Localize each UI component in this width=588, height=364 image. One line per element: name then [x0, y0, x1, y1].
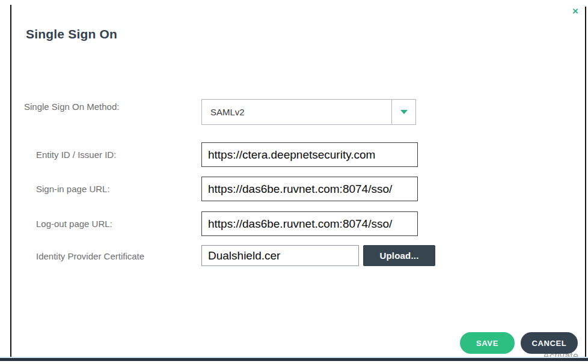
- save-button[interactable]: SAVE: [460, 332, 515, 354]
- sso-method-label: Single Sign On Method:: [24, 102, 119, 112]
- chevron-down-icon: [400, 110, 408, 114]
- sso-dialog: Activate Single Sign On × Single Sign On…: [0, 0, 588, 364]
- logout-url-input[interactable]: [201, 211, 418, 236]
- dialog-bottom-bar: [0, 358, 588, 361]
- certificate-filename-input[interactable]: [201, 245, 359, 266]
- upload-button[interactable]: Upload...: [363, 245, 435, 266]
- page-title: Single Sign On: [26, 27, 117, 41]
- close-icon[interactable]: ×: [569, 5, 582, 18]
- entity-id-label: Entity ID / Issuer ID:: [36, 150, 116, 160]
- certificate-label: Identity Provider Certificate: [36, 251, 144, 261]
- dialog-right-border: [585, 7, 586, 359]
- signin-url-label: Sign-in page URL:: [36, 184, 110, 194]
- cancel-button[interactable]: CANCEL: [521, 332, 578, 354]
- logout-url-label: Log-out page URL:: [36, 219, 112, 229]
- sso-method-dropdown[interactable]: SAMLv2: [201, 99, 416, 125]
- sso-method-selected-value: SAMLv2: [202, 107, 391, 117]
- dialog-left-border: [10, 5, 11, 359]
- entity-id-input[interactable]: [201, 142, 418, 167]
- sso-method-dropdown-button[interactable]: [391, 100, 415, 124]
- signin-url-input[interactable]: [201, 177, 418, 201]
